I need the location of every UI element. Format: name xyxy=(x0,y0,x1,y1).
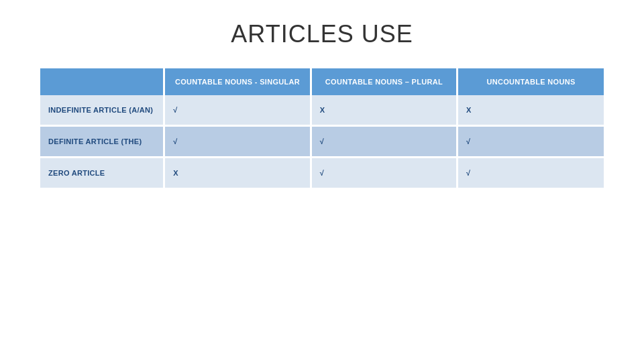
table-header-row: COUNTABLE NOUNS - SINGULAR COUNTABLE NOU… xyxy=(40,68,604,95)
row2-col1: √ xyxy=(164,126,311,158)
page-title: ARTICLES USE xyxy=(231,20,413,48)
table-row: DEFINITE ARTICLE (THE) √ √ √ xyxy=(40,126,604,158)
row3-col1: x xyxy=(164,158,311,189)
table-row: INDEFINITE ARTICLE (A/AN) √ x x xyxy=(40,95,604,126)
row1-col2: x xyxy=(311,95,457,126)
row2-col2: √ xyxy=(311,126,457,158)
header-countable-singular: COUNTABLE NOUNS - SINGULAR xyxy=(164,68,311,95)
header-uncountable: UNCOUNTABLE NOUNS xyxy=(458,68,604,95)
row1-col1: √ xyxy=(164,95,311,126)
row3-col3: √ xyxy=(458,158,604,189)
row3-label: ZERO ARTICLE xyxy=(40,158,164,189)
table-container: COUNTABLE NOUNS - SINGULAR COUNTABLE NOU… xyxy=(40,68,604,190)
header-countable-plural: COUNTABLE NOUNS – PLURAL xyxy=(311,68,457,95)
table-row: ZERO ARTICLE x √ √ xyxy=(40,158,604,189)
articles-table: COUNTABLE NOUNS - SINGULAR COUNTABLE NOU… xyxy=(40,68,604,190)
row2-col3: √ xyxy=(458,126,604,158)
row1-col3: x xyxy=(458,95,604,126)
header-empty xyxy=(40,68,164,95)
row1-label: INDEFINITE ARTICLE (A/AN) xyxy=(40,95,164,126)
row2-label: DEFINITE ARTICLE (THE) xyxy=(40,126,164,158)
row3-col2: √ xyxy=(311,158,457,189)
